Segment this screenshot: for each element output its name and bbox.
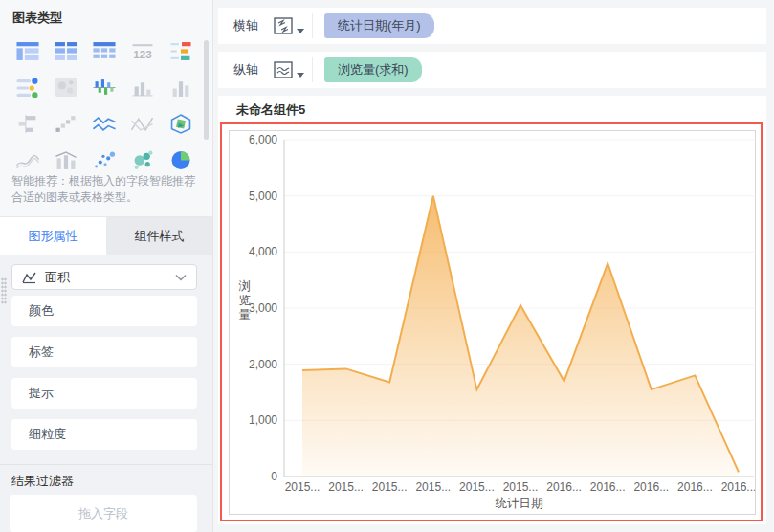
x-axis-zigzag-icon: [274, 17, 294, 35]
x-tick-label: 2015...: [503, 480, 539, 494]
crosstab-icon[interactable]: [9, 33, 47, 69]
table-group-icon[interactable]: [47, 33, 85, 69]
y-axis-wave-icon: [274, 61, 294, 79]
x-tick-label: 2016...: [590, 480, 626, 494]
x-tick-label: 2016...: [721, 480, 755, 494]
filter-dropzone[interactable]: 拖入字段: [10, 495, 197, 532]
chart-type-sidebar: 图表类型 123 智能推荐：根据拖入的字段智能推荐合适的图表或表格类型。: [0, 0, 212, 532]
tab-graphic-properties[interactable]: 图形属性: [0, 217, 106, 255]
kpi-card-icon[interactable]: [162, 33, 200, 69]
horizontal-axis-type-dropdown[interactable]: [274, 17, 304, 35]
chart-type-grid: 123: [9, 33, 200, 182]
area-chart-icon: [22, 271, 37, 284]
chart-style-select[interactable]: 面积: [11, 264, 197, 290]
property-tabs: 图形属性 组件样式: [0, 217, 212, 255]
bar-gray-icon[interactable]: [123, 69, 162, 105]
area-chart[interactable]: 01,0002,0003,0004,0005,0006,000浏览量2015..…: [230, 131, 755, 514]
multi-line-icon[interactable]: [85, 105, 123, 142]
table-icon[interactable]: [85, 33, 123, 69]
area-fill: [302, 196, 739, 477]
vertical-axis-label: 纵轴: [233, 61, 266, 78]
column-gray-icon[interactable]: [162, 69, 200, 105]
x-field-pill[interactable]: 统计日期(年月): [324, 13, 434, 38]
row-divider: [312, 13, 313, 38]
chart-builder-app: 图表类型 123 智能推荐：根据拖入的字段智能推荐合适的图表或表格类型。: [0, 0, 774, 532]
bidirectional-bar-icon[interactable]: [85, 69, 123, 105]
sidebar-divider-2: [0, 464, 212, 465]
x-tick-label: 2015...: [415, 480, 451, 494]
x-tick-label: 2016...: [546, 480, 582, 494]
x-tick-label: 2015...: [285, 480, 321, 494]
tooltip-property-button[interactable]: 提示: [11, 378, 197, 409]
y-tick-label: 6,000: [249, 133, 277, 146]
chevron-down-icon: [175, 274, 187, 281]
row-divider: [312, 57, 313, 82]
waterfall-icon[interactable]: [47, 105, 85, 142]
y-tick-label: 1,000: [249, 413, 277, 427]
x-tick-label: 2015...: [459, 480, 495, 494]
svg-text:123: 123: [133, 48, 151, 59]
kpi-123-icon[interactable]: 123: [123, 33, 162, 69]
x-tick-label: 2016...: [677, 480, 713, 494]
area-cross-icon[interactable]: [123, 105, 162, 142]
chart-style-value: 面积: [45, 269, 175, 286]
chart-component-title: 未命名组件5: [236, 101, 305, 119]
vertical-axis-row: 纵轴 浏览量(求和): [218, 52, 766, 88]
progress-list-icon[interactable]: [9, 69, 47, 105]
x-tick-label: 2015...: [328, 480, 364, 494]
tab-component-style[interactable]: 组件样式: [106, 217, 212, 255]
vertical-axis-type-dropdown[interactable]: [274, 61, 304, 79]
lbs-map-icon[interactable]: [162, 105, 200, 142]
caret-down-icon: [297, 29, 304, 33]
chart-types-heading: 图表类型: [12, 10, 62, 27]
y-tick-label: 4,000: [249, 245, 277, 258]
color-map-icon[interactable]: [47, 69, 85, 105]
y-tick-label: 2,000: [249, 358, 277, 371]
y-axis-title: 量: [239, 308, 252, 321]
x-tick-label: 2016...: [633, 480, 669, 494]
sidebar-scrollbar[interactable]: [204, 40, 209, 140]
y-tick-label: 0: [271, 470, 277, 483]
y-axis-title: 览: [239, 294, 252, 307]
y-tick-label: 5,000: [249, 189, 277, 203]
panel-resize-handle[interactable]: [1, 277, 7, 304]
color-property-button[interactable]: 颜色: [11, 296, 197, 326]
result-filter-heading: 结果过滤器: [11, 473, 74, 490]
label-property-button[interactable]: 标签: [11, 337, 197, 367]
y-tick-label: 3,000: [249, 301, 277, 315]
caret-down-icon: [297, 73, 304, 78]
granularity-property-button[interactable]: 细粒度: [11, 419, 197, 450]
y-field-pill[interactable]: 浏览量(求和): [324, 57, 422, 82]
horizontal-axis-row: 横轴 统计日期(年月): [218, 8, 766, 44]
hbar-icon[interactable]: [9, 105, 47, 142]
x-axis-title: 统计日期: [496, 497, 543, 510]
x-tick-label: 2015...: [372, 480, 408, 494]
smart-recommend-hint: 智能推荐：根据拖入的字段智能推荐合适的图表或表格类型。: [11, 173, 201, 206]
y-axis-title: 浏: [238, 279, 252, 293]
horizontal-axis-label: 横轴: [233, 17, 266, 34]
